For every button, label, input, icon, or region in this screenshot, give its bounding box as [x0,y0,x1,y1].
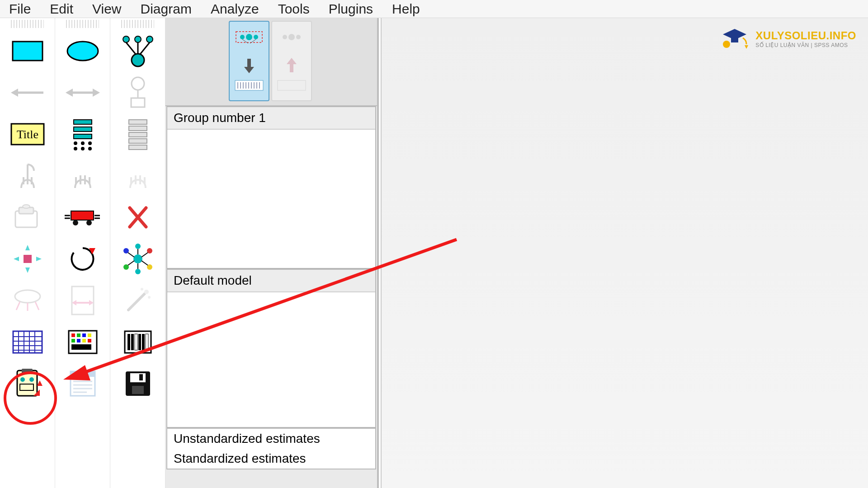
ellipse-tool[interactable] [65,33,101,70]
svg-rect-17 [13,331,42,353]
erase-tool[interactable] [120,199,156,236]
save-tool[interactable] [120,365,156,402]
select-one-tool[interactable] [9,157,46,194]
text-output-tool[interactable] [65,365,101,402]
copy-clipboard-tool[interactable] [9,199,46,236]
svg-point-28 [20,377,25,382]
svg-point-29 [29,377,34,382]
path-diagram-thumbs [165,18,377,106]
svg-rect-109 [127,334,130,350]
svg-point-7 [23,205,30,208]
resize-path-tool[interactable] [9,240,46,277]
svg-rect-46 [71,211,94,220]
svg-point-138 [288,34,295,40]
estimates-standardized[interactable]: Standardized estimates [167,449,375,469]
move-parameter-tool[interactable] [9,282,46,319]
svg-rect-65 [82,339,86,343]
svg-rect-83 [131,98,145,107]
svg-point-105 [144,290,149,294]
dataset-variable-list-tool[interactable] [120,116,156,153]
svg-rect-61 [82,333,86,337]
svg-rect-0 [13,42,42,61]
svg-rect-26 [17,371,37,396]
svg-marker-9 [25,267,30,273]
deselect-all-tool[interactable] [120,157,156,194]
menu-file[interactable]: File [9,1,31,17]
svg-marker-2 [11,89,18,97]
svg-rect-64 [77,339,80,343]
copy-path-diagram-tool[interactable] [9,365,46,402]
grip-icon [121,20,154,28]
svg-rect-84 [129,120,147,124]
svg-point-43 [74,147,77,150]
output-path-diagram-thumb[interactable] [271,21,312,101]
svg-marker-10 [14,257,19,261]
svg-point-97 [135,269,141,274]
touch-up-tool[interactable] [120,240,156,277]
svg-rect-88 [129,145,147,150]
estimates-panel: Unstandardized estimates Standardized es… [166,428,376,469]
variable-list-tool[interactable] [65,116,101,153]
model-panel-column: Group number 1 Default model Unstandardi… [165,18,379,488]
svg-rect-38 [74,127,92,131]
svg-point-96 [135,244,141,249]
toolbox-col-1: Title [0,18,55,488]
svg-rect-60 [77,333,80,337]
svg-point-74 [123,36,129,42]
move-object-tool[interactable] [65,199,101,236]
svg-rect-142 [278,80,306,90]
input-path-diagram-thumb[interactable] [229,21,269,101]
menu-tools[interactable]: Tools [278,1,310,17]
svg-point-139 [296,35,301,39]
svg-point-137 [283,35,287,39]
svg-marker-32 [37,380,42,386]
menu-edit[interactable]: Edit [50,1,73,17]
watermark-title: XULYSOLIEU.INFO [755,29,856,42]
svg-rect-66 [88,339,91,343]
grip-icon [66,20,99,28]
svg-point-91 [133,254,142,263]
rectangle-tool[interactable] [9,33,46,70]
diagram-canvas[interactable] [381,18,868,488]
analysis-properties-tool[interactable] [65,324,101,361]
menu-view[interactable]: View [92,1,121,17]
watermark-logo-icon [720,27,749,51]
menu-plugins[interactable]: Plugins [329,1,373,17]
svg-point-42 [88,141,92,145]
svg-text:Title: Title [16,128,38,141]
select-data-file-tool[interactable] [9,324,46,361]
svg-point-33 [67,42,98,61]
svg-rect-116 [130,373,146,382]
svg-point-41 [81,141,85,145]
groups-panel-item[interactable]: Group number 1 [167,107,375,130]
svg-point-75 [135,36,141,42]
magic-wand-tool[interactable] [120,282,156,319]
svg-line-104 [128,294,145,310]
svg-rect-87 [129,139,147,143]
svg-point-106 [148,296,151,299]
svg-rect-39 [74,134,92,139]
svg-marker-126 [244,67,254,73]
error-variable-tool[interactable] [120,74,156,111]
fit-page-tool[interactable] [65,282,101,319]
menu-help[interactable]: Help [392,1,420,17]
svg-rect-113 [142,334,145,350]
calculate-estimates-tool[interactable] [120,324,156,361]
indicator-tool[interactable] [120,33,156,70]
svg-point-47 [73,220,78,225]
rotate-tool[interactable] [65,240,101,277]
svg-point-80 [132,54,144,66]
estimates-unstandardized[interactable]: Unstandardized estimates [167,429,375,449]
models-panel-item[interactable]: Default model [167,270,375,292]
svg-point-121 [246,34,252,40]
svg-rect-63 [71,339,75,343]
groups-panel: Group number 1 [166,106,376,269]
menu-diagram[interactable]: Diagram [141,1,192,17]
svg-point-76 [146,36,153,42]
menu-analyze[interactable]: Analyze [211,1,259,17]
app-window: File Edit View Diagram Analyze Tools Plu… [0,0,868,488]
single-arrow-tool[interactable] [9,74,46,111]
select-all-tool[interactable] [65,157,101,194]
double-arrow-tool[interactable] [65,74,101,111]
title-tool[interactable]: Title [9,116,46,153]
